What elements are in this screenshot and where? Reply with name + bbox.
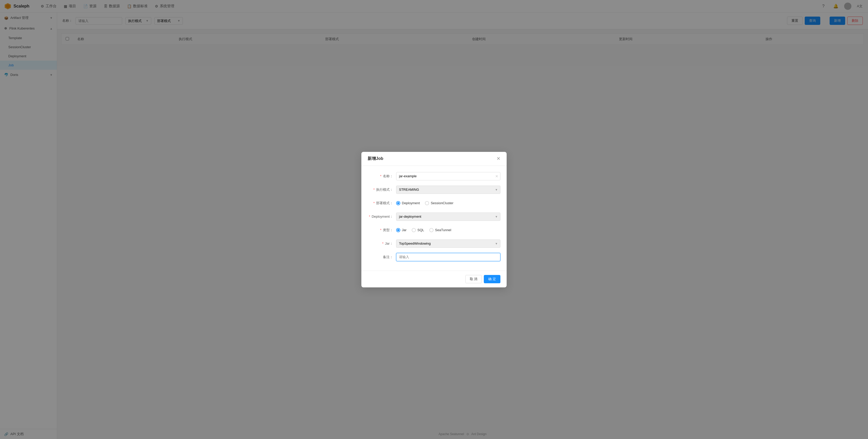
- deployment-option-label: Deployment: [402, 201, 420, 205]
- remark-field-label: 备注：: [383, 255, 393, 259]
- deploy-session-cluster-option[interactable]: SessionCluster: [425, 201, 453, 205]
- deployment-field-row: * Deployment： jar-deployment ▼: [368, 212, 500, 221]
- jar-control: TopSpeedWindowing ▼: [396, 239, 500, 248]
- exec-mode-label: 执行模式：: [376, 188, 393, 192]
- name-field-label: 名称：: [383, 174, 393, 178]
- modal-body: * 名称： ✕ * 执行模式：: [361, 166, 507, 271]
- type-radio-group: Jar SQL SeaTunnel: [396, 226, 500, 234]
- deploy-mode-field-row: * 部署模式： Deployment SessionCluster: [368, 199, 500, 207]
- deploy-mode-control: Deployment SessionCluster: [396, 199, 500, 207]
- exec-mode-field-row: * 执行模式： STREAMING BATCH ▼: [368, 185, 500, 194]
- type-field-row: * 类型： Jar SQL: [368, 226, 500, 234]
- modal-overlay[interactable]: 新增Job ✕ * 名称： ✕ *: [0, 0, 868, 439]
- name-clear-icon[interactable]: ✕: [495, 174, 498, 178]
- modal-footer: 取 消 确 定: [361, 271, 507, 288]
- cancel-button[interactable]: 取 消: [465, 275, 482, 283]
- jar-select[interactable]: TopSpeedWindowing: [396, 239, 500, 248]
- modal-title: 新增Job: [368, 156, 383, 162]
- type-jar-option[interactable]: Jar: [396, 228, 406, 232]
- exec-mode-control: STREAMING BATCH ▼: [396, 185, 500, 194]
- name-field-row: * 名称： ✕: [368, 172, 500, 180]
- type-control: Jar SQL SeaTunnel: [396, 226, 500, 234]
- jar-option-label: Jar: [402, 228, 406, 232]
- session-cluster-option-label: SessionCluster: [431, 201, 453, 205]
- type-field-label: 类型：: [383, 228, 393, 232]
- confirm-button[interactable]: 确 定: [484, 275, 500, 283]
- modal-dialog: 新增Job ✕ * 名称： ✕ *: [361, 152, 507, 288]
- jar-field-row: * Jar： TopSpeedWindowing ▼: [368, 239, 500, 248]
- modal-close-button[interactable]: ✕: [497, 156, 500, 161]
- exec-mode-select[interactable]: STREAMING BATCH: [396, 185, 500, 194]
- deploy-mode-radio-group: Deployment SessionCluster: [396, 199, 500, 207]
- deployment-field-label: Deployment：: [372, 214, 393, 218]
- jar-radio-circle: [396, 228, 400, 232]
- deploy-mode-label: 部署模式：: [376, 201, 393, 205]
- seatunnel-radio-circle: [429, 228, 433, 232]
- deployment-radio-circle: [396, 201, 400, 205]
- jar-field-label: Jar：: [385, 241, 393, 245]
- deployment-select[interactable]: jar-deployment: [396, 212, 500, 221]
- sql-radio-circle: [412, 228, 416, 232]
- session-cluster-radio-circle: [425, 201, 429, 205]
- name-input[interactable]: [396, 172, 500, 180]
- remark-control: [396, 253, 500, 261]
- deployment-control: jar-deployment ▼: [396, 212, 500, 221]
- modal-header: 新增Job ✕: [361, 152, 507, 166]
- deploy-deployment-option[interactable]: Deployment: [396, 201, 420, 205]
- remark-field-row: 备注：: [368, 253, 500, 261]
- type-seatunnel-option[interactable]: SeaTunnel: [429, 228, 451, 232]
- type-sql-option[interactable]: SQL: [412, 228, 424, 232]
- seatunnel-option-label: SeaTunnel: [435, 228, 451, 232]
- sql-option-label: SQL: [417, 228, 424, 232]
- name-field-control: ✕: [396, 172, 500, 180]
- remark-input[interactable]: [396, 253, 500, 261]
